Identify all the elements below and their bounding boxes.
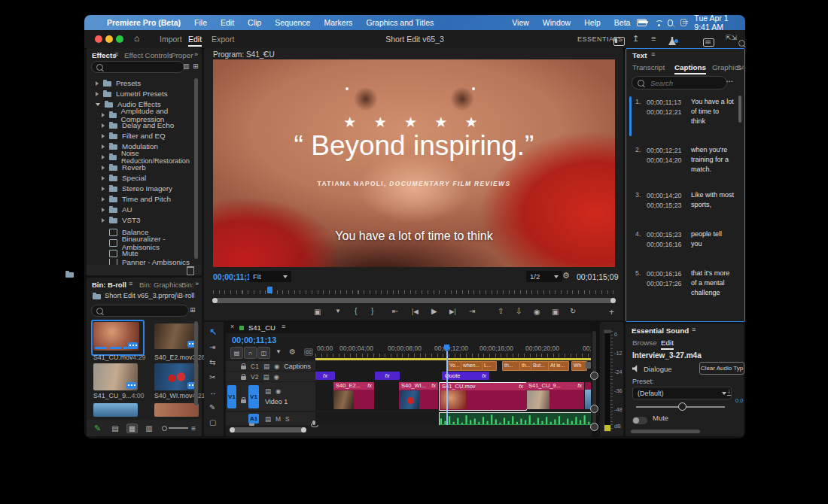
quick-export-icon[interactable]: ↥	[632, 34, 639, 44]
beta-feedback-icon[interactable]	[668, 35, 676, 48]
menu-bar-clock[interactable]: Tue Apr 1 9:41 AM	[694, 14, 738, 32]
effects-tree-item[interactable]: Special	[102, 173, 146, 183]
v2-track-header[interactable]: V2 ▤ ◉	[241, 372, 279, 381]
panel-overflow-icon[interactable]: »	[194, 50, 198, 58]
progress-dashboard-icon[interactable]: ≡	[651, 34, 656, 43]
track-visibility-eye-icon[interactable]: ◉	[273, 373, 279, 381]
scrollbar-handle[interactable]	[590, 405, 598, 413]
lock-icon[interactable]	[241, 366, 246, 369]
menu-clip[interactable]: Clip	[248, 18, 261, 27]
solo-track-button[interactable]: S	[285, 415, 290, 423]
zoom-level-dropdown[interactable]: Fit	[249, 271, 291, 282]
edit-pencil-icon[interactable]: ✎	[94, 424, 101, 433]
fullscreen-icon[interactable]: ⇱⇲	[726, 34, 737, 41]
mark-in-icon[interactable]: {	[355, 307, 357, 315]
titlebar-search-icon[interactable]	[738, 40, 745, 47]
tab-bin-graphics[interactable]: Bin: Graphics	[139, 281, 182, 289]
bins-search-input[interactable]	[107, 306, 184, 316]
timeline-settings-wrench-icon[interactable]: ⚙	[289, 348, 296, 356]
go-to-out-icon[interactable]: ⇥	[469, 307, 475, 315]
caption-text[interactable]: that it's more of a mental challenge	[691, 269, 735, 297]
caption-text[interactable]: when you're training for a match.	[691, 145, 735, 174]
effects-tree-item[interactable]: Binauralizer - Ambisonics	[109, 238, 202, 247]
monitor-scrollbar[interactable]	[213, 298, 615, 303]
menu-markers[interactable]: Markers	[324, 18, 352, 27]
effects-tree-item[interactable]: Noise Reduction/Restoration	[102, 152, 202, 162]
insert-point-icon[interactable]: ▤	[263, 363, 269, 370]
tab-bin-broll[interactable]: Bin: B-roll	[92, 281, 126, 289]
tab-effects[interactable]: Effects	[92, 51, 117, 59]
clip-thumbnail[interactable]	[93, 363, 138, 390]
clip-thumbnail[interactable]	[154, 323, 199, 349]
freeform-view-icon[interactable]: ▥	[145, 424, 152, 433]
multicam-view-icon[interactable]: ▣	[552, 308, 559, 316]
timeline-timecode[interactable]: 00;00;11;13	[232, 335, 276, 345]
sound-h-scrollbar[interactable]	[631, 430, 700, 433]
track-target-v1[interactable]: V1	[248, 385, 259, 408]
rectangle-tool-icon[interactable]: ▢	[209, 418, 216, 427]
effects-tree-item[interactable]: Presets	[96, 78, 141, 88]
go-to-in-icon[interactable]: ⇤	[392, 307, 398, 315]
scrollbar-handle[interactable]	[590, 423, 598, 431]
caption-end-tc[interactable]: 00;00;14;20	[647, 156, 681, 165]
captions-search-input[interactable]	[649, 78, 723, 88]
caption-end-tc[interactable]: 00;00;12;21	[647, 108, 681, 117]
tab-browse[interactable]: Browse	[632, 339, 657, 347]
menu-graphics-titles[interactable]: Graphics and Titles	[366, 18, 434, 27]
list-view-icon[interactable]: ▤	[111, 424, 118, 433]
caption-start-tc[interactable]: 00;00;14;20	[647, 191, 681, 201]
playback-resolution-dropdown[interactable]: 1/2	[526, 271, 562, 282]
effects-tree-item[interactable]: Stereo Imagery	[102, 184, 172, 193]
monitor-settings-wrench-icon[interactable]: ⚙	[562, 271, 570, 281]
captions-cc-icon[interactable]: CC	[304, 348, 313, 356]
lift-icon[interactable]: ⇧	[498, 307, 504, 315]
mark-out-icon[interactable]: }	[371, 307, 373, 315]
linked-selection-button[interactable]: ◫	[257, 347, 270, 359]
play-button-icon[interactable]: ▶	[431, 307, 437, 315]
caption-clip[interactable]: when...	[461, 361, 482, 371]
insert-point-icon[interactable]: ▤	[265, 415, 271, 423]
effects-tree-item[interactable]: VST3	[102, 215, 141, 225]
preset-dropdown[interactable]: (Default)	[632, 387, 732, 399]
menu-view[interactable]: View	[512, 18, 529, 27]
graphic-clip[interactable]: fx	[315, 372, 335, 380]
effects-search-field[interactable]	[91, 61, 184, 73]
caption-clip[interactable]: But...	[531, 361, 549, 371]
caption-text[interactable]: Like with most sports,	[691, 190, 735, 210]
clear-audio-type-button[interactable]: Clear Audio Typ	[699, 362, 744, 375]
v1-track-lane[interactable]: S40_E2...fx S40_WI...fx S41_CU.movfx S41…	[315, 382, 591, 411]
delete-icon[interactable]	[187, 266, 194, 275]
effects-scrollbar[interactable]	[194, 78, 198, 259]
new-bin-icon[interactable]	[65, 272, 74, 278]
scrollbar-right-handle[interactable]	[610, 298, 616, 303]
timeline-h-scrollbar[interactable]	[230, 427, 306, 433]
caption-clip[interactable]: Wh	[571, 361, 587, 371]
caption-text[interactable]: You have a lot of time to think	[691, 97, 735, 126]
tab-effect-controls[interactable]: Effect Controls	[124, 51, 172, 59]
graphic-clip[interactable]: fx	[375, 372, 400, 380]
video-clip-selected[interactable]: S41_CU.movfx	[439, 382, 527, 411]
video-clip[interactable]: S40_E2...fx	[333, 382, 374, 409]
menu-file[interactable]: File	[194, 18, 207, 27]
effects-tree-item[interactable]: Reverb	[102, 162, 146, 172]
app-menu[interactable]: Premiere Pro (Beta)	[107, 18, 181, 27]
caption-track-header[interactable]: C1 ▤ ◉ Captions	[241, 361, 311, 371]
effects-panel-menu-icon[interactable]: ≡	[114, 50, 118, 58]
captions-scrollbar[interactable]	[738, 96, 741, 123]
gain-value[interactable]: 0.0	[735, 397, 743, 404]
graphic-anchor-dot[interactable]	[346, 87, 349, 90]
scrollbar-left-handle[interactable]	[230, 427, 235, 433]
menu-sequence[interactable]: Sequence	[275, 18, 310, 27]
clip-name[interactable]: S40_WI.mov	[154, 392, 192, 399]
captions-chat-icon[interactable]	[703, 38, 714, 47]
caption-text[interactable]: people tell you	[691, 229, 735, 249]
bins-more-icon[interactable]: ≡	[191, 424, 196, 433]
effects-tree-item[interactable]: Panner - Ambisonics	[109, 259, 190, 265]
in-out-duration-bar[interactable]	[315, 358, 591, 360]
bins-scrollbar[interactable]	[194, 321, 198, 405]
tab-overflow[interactable]: S4	[736, 63, 744, 71]
monitor-time-ruler[interactable]	[213, 290, 615, 294]
video-clip[interactable]: S41_CU_9...fx	[526, 382, 584, 409]
insert-point-icon[interactable]: ▤	[263, 373, 269, 381]
clip-name[interactable]: S41_CU.mov	[93, 354, 132, 361]
